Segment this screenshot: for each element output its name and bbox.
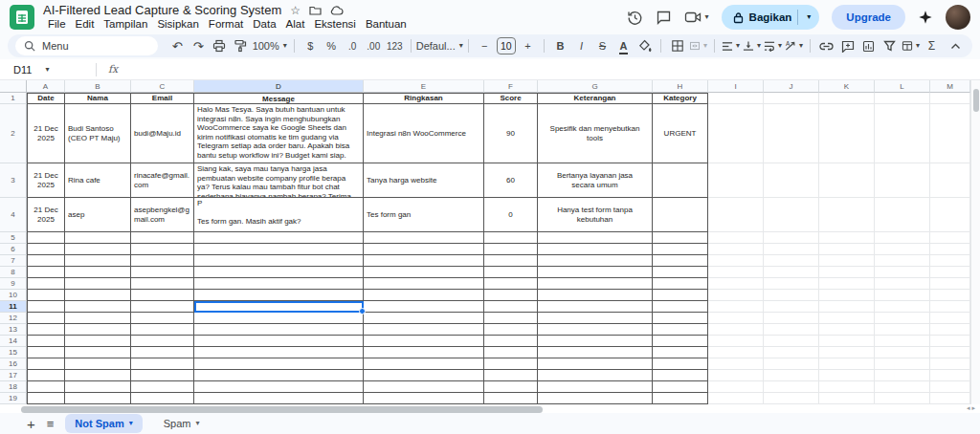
cell-H14[interactable]: [653, 336, 708, 347]
cell-M16[interactable]: [930, 358, 970, 370]
strikethrough-button[interactable]: S: [593, 36, 612, 55]
cell-G7[interactable]: [538, 255, 653, 267]
cell-D19[interactable]: [194, 393, 364, 404]
column-header-F[interactable]: F: [484, 80, 538, 93]
cell-M11[interactable]: [930, 301, 970, 313]
cell-J9[interactable]: [764, 278, 819, 290]
cell-K2[interactable]: [819, 104, 875, 163]
row-header-5[interactable]: 5: [0, 232, 27, 244]
cell-F7[interactable]: [484, 255, 538, 267]
row-header-6[interactable]: 6: [0, 244, 27, 255]
cell-I2[interactable]: [708, 104, 764, 163]
cell-I13[interactable]: [708, 324, 764, 336]
menu-item-bantuan[interactable]: Bantuan: [361, 19, 412, 31]
row-header-3[interactable]: 3: [0, 163, 27, 198]
cell-H9[interactable]: [653, 278, 708, 290]
cell-A2[interactable]: 21 Dec 2025: [27, 104, 65, 163]
fill-color-button[interactable]: [635, 36, 654, 55]
cell-L7[interactable]: [875, 255, 930, 267]
font-size-input[interactable]: 10: [497, 37, 516, 54]
cell-B4[interactable]: asep: [65, 198, 131, 232]
cell-A9[interactable]: [27, 278, 65, 290]
cell-B9[interactable]: [65, 278, 131, 290]
cell-H8[interactable]: [653, 267, 708, 278]
cell-E6[interactable]: [364, 244, 484, 255]
cell-K18[interactable]: [819, 381, 875, 393]
format-percent-button[interactable]: %: [323, 36, 341, 55]
cell-K11[interactable]: [819, 301, 875, 313]
cell-F18[interactable]: [484, 381, 538, 393]
cell-G1[interactable]: Keterangan: [538, 93, 653, 104]
cell-K13[interactable]: [819, 324, 875, 336]
cell-H11[interactable]: [653, 301, 708, 313]
cell-J15[interactable]: [764, 347, 819, 358]
cell-A1[interactable]: Date: [27, 93, 65, 104]
comments-icon[interactable]: [656, 10, 672, 26]
cell-L8[interactable]: [875, 267, 930, 278]
text-rotation-button[interactable]: A ▾: [785, 36, 803, 55]
cell-F6[interactable]: [484, 244, 538, 255]
cell-B15[interactable]: [65, 347, 131, 358]
cell-A3[interactable]: 21 Dec 2025: [27, 163, 65, 198]
cell-B5[interactable]: [65, 232, 131, 244]
column-header-A[interactable]: A: [27, 80, 65, 93]
chevron-down-icon[interactable]: ▾: [705, 13, 709, 21]
column-header-G[interactable]: G: [538, 80, 653, 93]
cell-H2[interactable]: URGENT: [653, 104, 708, 163]
cell-E7[interactable]: [364, 255, 484, 267]
row-header-16[interactable]: 16: [0, 358, 27, 370]
cell-C5[interactable]: [131, 232, 194, 244]
vertical-align-button[interactable]: ▾: [743, 36, 761, 55]
cell-I16[interactable]: [708, 358, 764, 370]
cell-B11[interactable]: [65, 301, 131, 313]
meet-video-icon[interactable]: ▾: [684, 11, 709, 24]
cell-F14[interactable]: [484, 336, 538, 347]
select-all-corner[interactable]: [0, 80, 27, 93]
horizontal-align-button[interactable]: ▾: [722, 36, 740, 55]
cell-L9[interactable]: [875, 278, 930, 290]
collapse-toolbar-icon[interactable]: [947, 36, 965, 55]
cell-C1[interactable]: Email: [131, 93, 194, 104]
increase-decimal-button[interactable]: .00: [365, 36, 383, 55]
cell-B16[interactable]: [65, 358, 131, 370]
cell-B14[interactable]: [65, 336, 131, 347]
column-header-I[interactable]: I: [708, 80, 764, 93]
insert-link-button[interactable]: [817, 36, 835, 55]
gemini-sparkle-icon[interactable]: [918, 10, 933, 25]
cell-E4[interactable]: Tes form gan: [364, 198, 484, 232]
cell-F17[interactable]: [484, 370, 538, 381]
menu-item-format[interactable]: Format: [204, 19, 248, 31]
cell-A6[interactable]: [27, 244, 65, 255]
cell-C10[interactable]: [131, 290, 194, 301]
cell-F19[interactable]: [484, 393, 538, 404]
table-views-button[interactable]: ▾: [902, 36, 920, 55]
cell-G2[interactable]: Spesifik dan menyebutkan tools: [538, 104, 653, 163]
cell-M10[interactable]: [930, 290, 970, 301]
functions-button[interactable]: Σ: [923, 36, 941, 55]
chevron-down-icon[interactable]: ▾: [129, 420, 133, 427]
upgrade-button[interactable]: Upgrade: [832, 5, 905, 30]
cell-J1[interactable]: [764, 93, 819, 104]
cell-I9[interactable]: [708, 278, 764, 290]
cell-F8[interactable]: [484, 267, 538, 278]
cell-I10[interactable]: [708, 290, 764, 301]
cell-G12[interactable]: [538, 313, 653, 324]
cell-G6[interactable]: [538, 244, 653, 255]
cell-E15[interactable]: [364, 347, 484, 358]
cell-G18[interactable]: [538, 381, 653, 393]
cell-D4[interactable]: P Tes form gan. Masih aktif gak?: [194, 198, 364, 232]
cell-B7[interactable]: [65, 255, 131, 267]
cell-F4[interactable]: 0: [484, 198, 538, 232]
cell-G15[interactable]: [538, 347, 653, 358]
cell-L11[interactable]: [875, 301, 930, 313]
cell-D17[interactable]: [194, 370, 364, 381]
redo-button[interactable]: ↷: [189, 36, 208, 55]
sheet-tab-spam[interactable]: Spam ▾: [154, 414, 210, 433]
cell-F16[interactable]: [484, 358, 538, 370]
font-select[interactable]: Defaul... ▾: [418, 36, 461, 55]
row-header-17[interactable]: 17: [0, 370, 27, 381]
cell-D10[interactable]: [194, 290, 364, 301]
cell-E9[interactable]: [364, 278, 484, 290]
row-header-2[interactable]: 2: [0, 104, 27, 163]
row-header-1[interactable]: 1: [0, 93, 27, 104]
